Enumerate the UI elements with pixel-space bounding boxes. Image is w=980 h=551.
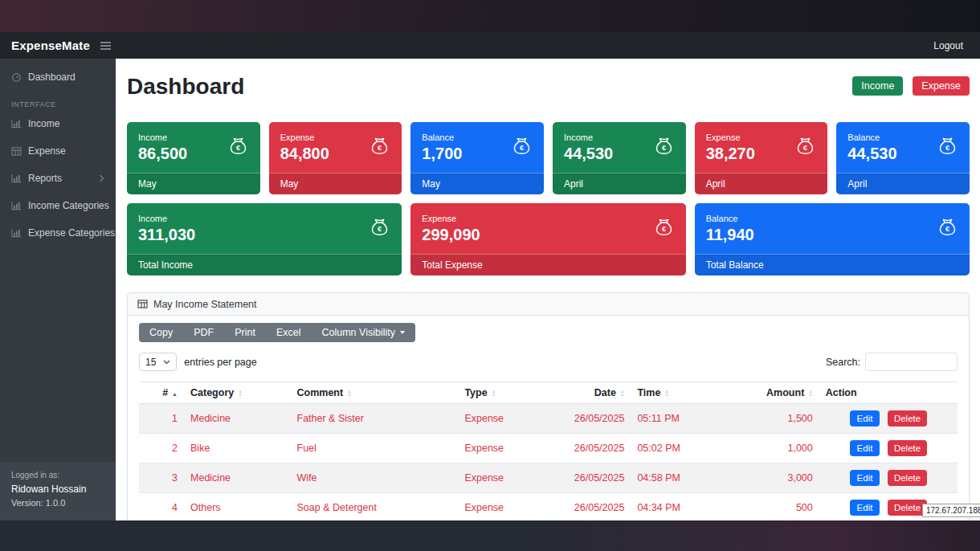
- sidebar-item-expense-categories[interactable]: Expense Categories: [0, 219, 116, 247]
- cell-comment: Wife: [291, 463, 459, 493]
- cell-category: Others: [184, 493, 290, 520]
- table-row: 2 Bike Fuel Expense 26/05/2025 05:02 PM …: [139, 434, 958, 463]
- cell-type: Expense: [458, 404, 535, 434]
- summary-card-footer: Total Income: [127, 254, 402, 276]
- cell-category: Medicine: [184, 404, 290, 434]
- column-header-action: Action: [819, 382, 958, 404]
- card-amount-value: 44,530: [564, 145, 613, 163]
- summary-card-text: Income 311,030: [138, 214, 195, 244]
- logout-link[interactable]: Logout: [933, 40, 963, 51]
- summary-card-body: Expense 84,800 €: [269, 122, 402, 173]
- edit-button[interactable]: Edit: [850, 470, 880, 486]
- column-visibility-button[interactable]: Column Visibility: [311, 323, 414, 342]
- letterbox-bottom: [0, 520, 980, 551]
- delete-button[interactable]: Delete: [888, 500, 927, 516]
- delete-button[interactable]: Delete: [888, 470, 927, 486]
- card-period-label: May: [422, 178, 440, 190]
- chart-bar-icon: [11, 228, 22, 238]
- column-header-amount[interactable]: Amount▲▼: [718, 382, 819, 404]
- cell-action: Edit Delete: [819, 404, 958, 434]
- print-button[interactable]: Print: [224, 323, 266, 342]
- logged-in-user: Ridowan Hossain: [11, 483, 104, 496]
- sidebar-item-reports[interactable]: Reports: [0, 165, 116, 192]
- summary-card-body: Income 311,030 €: [127, 203, 402, 254]
- summary-card-footer: May: [127, 173, 260, 194]
- copy-button[interactable]: Copy: [139, 323, 183, 342]
- search-input[interactable]: [865, 353, 958, 371]
- column-header-type[interactable]: Type▲▼: [458, 382, 535, 404]
- card-period-label: Total Balance: [706, 259, 764, 271]
- summary-card-text: Balance 44,530: [847, 133, 896, 163]
- page-header: Dashboard Income Expense: [127, 75, 970, 98]
- card-type-label: Balance: [706, 214, 754, 223]
- sidebar-item-label: Reports: [28, 173, 92, 184]
- table-row: 1 Medicine Father & Sister Expense 26/05…: [139, 404, 958, 434]
- cell-time: 04:58 PM: [631, 463, 718, 493]
- brand-logo[interactable]: ExpenseMate: [11, 39, 90, 52]
- column-visibility-label: Column Visibility: [321, 327, 394, 338]
- sidebar-item-dashboard[interactable]: Dashboard: [0, 63, 116, 91]
- card-amount-value: 1,700: [422, 145, 462, 163]
- income-statement-card: May Income Statement Copy PDF Print Exce…: [127, 292, 970, 520]
- svg-text:€: €: [378, 226, 382, 234]
- summary-card: Income 311,030 € Total Income: [127, 203, 402, 276]
- statement-card-body: Copy PDF Print Excel Column Visibility: [128, 316, 969, 520]
- sidebar-item-expense[interactable]: Expense: [0, 137, 116, 165]
- sort-asc-icon: ▲: [172, 391, 178, 397]
- cell-time: 05:11 PM: [631, 404, 718, 434]
- summary-card: Expense 84,800 € May: [269, 122, 402, 194]
- money-bag-icon: €: [227, 137, 249, 158]
- cell-category: Bike: [184, 434, 290, 463]
- cell-action: Edit Delete: [819, 463, 958, 493]
- cell-amount: 1,500: [718, 404, 819, 434]
- sidebar-item-label: Income Categories: [28, 200, 109, 211]
- entries-count-value: 15: [145, 357, 156, 368]
- sidebar-toggle-button[interactable]: [100, 41, 112, 51]
- summary-card-text: Income 44,530: [564, 133, 613, 163]
- table-row: 4 Others Soap & Detergent Expense 26/05/…: [139, 493, 958, 520]
- layout: Dashboard INTERFACE Income Expense: [0, 59, 980, 520]
- sort-icon: ▲▼: [238, 390, 242, 398]
- column-header-time[interactable]: Time▲▼: [631, 382, 718, 404]
- money-bag-icon: €: [937, 218, 958, 239]
- chart-bar-icon: [11, 119, 22, 129]
- column-header-date[interactable]: Date▲▼: [535, 382, 631, 404]
- summary-card: Income 44,530 € April: [553, 122, 686, 194]
- money-bag-icon: €: [937, 137, 958, 158]
- logged-in-label: Logged in as:: [11, 470, 104, 481]
- column-header-category[interactable]: Category▲▼: [184, 382, 290, 404]
- caret-down-icon: [400, 331, 405, 334]
- sidebar-item-income-categories[interactable]: Income Categories: [0, 192, 116, 219]
- excel-button[interactable]: Excel: [266, 323, 312, 342]
- summary-card: Expense 299,090 € Total Expense: [410, 203, 685, 276]
- add-expense-button[interactable]: Expense: [913, 76, 970, 96]
- cell-type: Expense: [458, 463, 535, 493]
- sidebar-item-label: Expense Categories: [28, 227, 115, 239]
- edit-button[interactable]: Edit: [850, 500, 880, 516]
- card-period-label: Total Income: [138, 259, 193, 271]
- sidebar-item-label: Dashboard: [28, 71, 76, 83]
- sort-icon: ▲▼: [347, 390, 351, 398]
- summary-card-footer: May: [269, 173, 402, 194]
- column-header-[interactable]: #▲: [139, 382, 184, 404]
- sidebar-item-income[interactable]: Income: [0, 110, 116, 137]
- table-icon: [11, 147, 22, 156]
- pdf-button[interactable]: PDF: [183, 323, 224, 342]
- summary-card-text: Balance 1,700: [422, 133, 462, 163]
- delete-button[interactable]: Delete: [888, 440, 927, 456]
- summary-card-footer: May: [410, 173, 544, 194]
- edit-button[interactable]: Edit: [850, 440, 880, 456]
- sidebar-section-label: INTERFACE: [0, 91, 116, 110]
- delete-button[interactable]: Delete: [888, 410, 927, 427]
- column-header-comment[interactable]: Comment▲▼: [291, 382, 459, 404]
- svg-text:€: €: [378, 145, 382, 153]
- summary-card: Income 86,500 € May: [127, 122, 260, 194]
- card-amount-value: 44,530: [847, 145, 896, 163]
- summary-card-body: Income 44,530 €: [553, 122, 686, 173]
- add-income-button[interactable]: Income: [852, 76, 903, 96]
- card-amount-value: 311,030: [138, 226, 195, 244]
- entries-per-page-select[interactable]: 15: [139, 353, 177, 371]
- total-summary-cards: Income 311,030 € Total Income Expense 29…: [127, 203, 970, 276]
- search-label: Search:: [826, 357, 860, 368]
- edit-button[interactable]: Edit: [850, 410, 880, 427]
